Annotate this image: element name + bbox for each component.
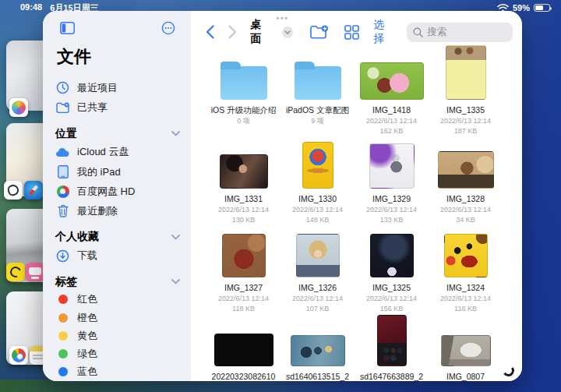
toolbar: 桌面 选择	[191, 20, 522, 44]
search-icon	[413, 27, 423, 37]
file-item-img-1335[interactable]: IMG_1335 2022/6/13 12:14 187 KB	[429, 51, 503, 140]
sidebar-item-label: iCloud 云盘	[77, 145, 129, 159]
status-time: 09:48	[20, 2, 42, 14]
file-item-folder-ipados[interactable]: iPadOS 文章配图 9 项	[280, 51, 355, 140]
section-locations[interactable]: 位置	[55, 125, 180, 143]
thumbnail-img-1331	[220, 154, 268, 189]
file-name: iPadOS 文章配图	[286, 105, 349, 116]
sidebar-tag-green[interactable]: 绿色	[55, 345, 180, 363]
file-size: 116 KB	[454, 304, 477, 314]
file-name: IMG_1325	[372, 283, 411, 294]
section-header: 个人收藏	[55, 230, 99, 244]
sidebar-item-label: 百度网盘 HD	[77, 185, 135, 199]
thumbnail-img-1335	[446, 45, 486, 100]
location-dropdown-icon[interactable]	[282, 26, 294, 38]
file-item-img-1418[interactable]: IMG_1418 2022/6/13 12:14 162 KB	[355, 51, 429, 140]
sidebar-item-my-ipad[interactable]: 我的 iPad	[55, 162, 180, 182]
forward-button[interactable]	[224, 23, 241, 41]
file-item-img-1331[interactable]: IMG_1331 2022/6/13 12:14 130 KB	[206, 140, 280, 229]
sidebar-item-baidu-netdisk[interactable]: 百度网盘 HD	[55, 182, 180, 201]
new-folder-button[interactable]	[305, 25, 333, 40]
file-date: 2022/6/13 12:14	[440, 116, 491, 126]
file-date: 2022/6/13 12:14	[366, 294, 417, 304]
file-item-img-0807[interactable]: IMG_0807	[429, 318, 503, 381]
sidebar-tag-yellow[interactable]: 黄色	[55, 327, 180, 344]
file-item-img-1324[interactable]: IMG_1324 2022/6/13 12:14 116 KB	[429, 229, 503, 318]
sidebar-toggle-icon[interactable]	[55, 22, 79, 34]
thumbnail-20220323082610	[214, 334, 273, 366]
file-name: IMG_1418	[372, 105, 411, 116]
file-grid: iOS 升级功能介绍 0 项 iPadOS 文章配图 9 项 IMG_1418 …	[206, 51, 522, 381]
file-date: 2022/6/13 12:14	[440, 294, 491, 304]
file-name: IMG_0807	[446, 372, 485, 381]
file-date: 2022/6/13 12:14	[218, 205, 269, 215]
tag-label: 黄色	[77, 329, 97, 343]
tag-color-dot	[58, 349, 68, 358]
thumbnail-sd1640613515	[291, 335, 345, 366]
ipad-icon	[55, 165, 70, 178]
file-name: sd1640613515_2	[286, 372, 349, 381]
sidebar-item-label: 下载	[77, 249, 97, 263]
chevron-down-icon	[171, 131, 180, 136]
file-size: 118 KB	[232, 304, 255, 314]
file-item-20220323082610[interactable]: 20220323082610 01-690x400.47B	[206, 318, 280, 381]
chrome-app-icon[interactable]	[9, 346, 28, 365]
sidebar-tag-blue[interactable]: 蓝色	[55, 363, 180, 381]
wallpaper-bottom-band	[0, 380, 335, 392]
status-bar: 09:48 6月15日周三 59%	[0, 0, 561, 16]
search-box[interactable]	[407, 23, 513, 42]
select-button[interactable]: 选择	[370, 18, 397, 46]
file-meta: 9 项	[311, 116, 324, 126]
file-meta: 0 项	[237, 116, 250, 126]
file-size: 133 KB	[380, 215, 404, 225]
sidebar-tag-red[interactable]: 红色	[55, 291, 180, 309]
folder-icon	[295, 66, 341, 100]
sidebar-item-label: 最近删除	[77, 204, 118, 218]
file-name: IMG_1324	[446, 283, 485, 294]
thumbnail-img-1324	[444, 234, 488, 277]
yellow-app-icon[interactable]	[6, 263, 25, 281]
file-name: IMG_1330	[298, 194, 337, 205]
file-size: 187 KB	[454, 126, 478, 136]
chevron-down-icon	[171, 279, 180, 284]
tag-color-dot	[58, 313, 68, 323]
location-title[interactable]: 桌面	[251, 18, 272, 46]
tag-color-dot	[58, 295, 68, 304]
sidebar-item-recently-deleted[interactable]: 最近删除	[55, 201, 180, 221]
tag-color-dot	[58, 367, 68, 376]
bilibili-app-icon[interactable]	[26, 263, 44, 281]
sidebar-item-shared[interactable]: 已共享	[55, 98, 180, 118]
tag-label: 橙色	[77, 311, 97, 325]
files-window: ••• 文件 最近项目 已共享	[43, 11, 522, 381]
baidu-netdisk-icon	[55, 185, 70, 198]
more-options-icon[interactable]	[157, 21, 180, 35]
back-button[interactable]	[202, 23, 218, 41]
sidebar-item-recents[interactable]: 最近项目	[55, 78, 180, 97]
sketch-app-icon[interactable]	[4, 181, 23, 200]
file-item-img-1330[interactable]: IMG_1330 2022/6/13 12:14 148 KB	[280, 140, 355, 229]
file-size: 34 KB	[456, 215, 475, 225]
section-header: 标签	[55, 275, 77, 289]
photos-app-icon[interactable]	[9, 98, 28, 117]
section-favorites[interactable]: 个人收藏	[55, 228, 180, 245]
section-tags[interactable]: 标签	[55, 274, 180, 291]
file-date: 2022/6/13 12:14	[218, 294, 269, 304]
search-input[interactable]	[427, 26, 506, 37]
sidebar-item-label: 最近项目	[77, 81, 118, 95]
file-item-sd1640613515[interactable]: sd1640613515_2	[280, 318, 355, 381]
file-item-img-1327[interactable]: IMG_1327 2022/6/13 12:14 118 KB	[206, 229, 280, 318]
file-item-img-1329[interactable]: IMG_1329 2022/6/13 12:14 133 KB	[355, 140, 429, 229]
safari-app-icon[interactable]	[24, 181, 43, 200]
file-item-img-1325[interactable]: IMG_1325 2022/6/13 12:14 156 KB	[355, 229, 429, 318]
file-name: IMG_1327	[224, 283, 263, 294]
sidebar-item-icloud[interactable]: iCloud 云盘	[55, 143, 180, 162]
view-options-button[interactable]	[340, 25, 364, 40]
file-item-img-1326[interactable]: IMG_1326 2022/6/13 12:14 107 KB	[280, 229, 355, 318]
file-item-img-1328[interactable]: IMG_1328 2022/6/13 12:14 34 KB	[429, 140, 503, 229]
sidebar-item-label: 我的 iPad	[77, 165, 121, 179]
sidebar-tag-orange[interactable]: 橙色	[55, 309, 180, 327]
file-item-folder-ios[interactable]: iOS 升级功能介绍 0 项	[206, 51, 280, 140]
sidebar-item-downloads[interactable]: 下载	[55, 246, 180, 266]
trash-icon	[55, 204, 70, 217]
file-item-sd1647663889[interactable]: sd1647663889_2	[355, 318, 429, 381]
